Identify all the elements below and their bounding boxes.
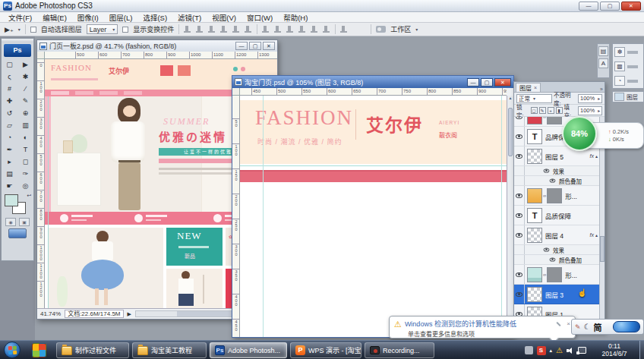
show-desktop-button[interactable] [639,341,644,359]
doc1-minimize-icon[interactable]: — [235,42,248,50]
fx-collapse-icon[interactable]: ▴ [595,153,598,159]
layer-mask-thumbnail[interactable] [547,267,562,282]
tool-button[interactable]: ▥ [17,119,33,131]
distribute-right-icon[interactable] [323,26,330,33]
quick-mask-button[interactable]: ◉ [5,218,16,226]
tool-button[interactable]: ▢ [2,58,17,71]
visibility-toggle[interactable] [514,127,525,146]
tool-button[interactable]: ς [2,71,17,83]
tool-button[interactable]: ◔ [2,131,17,143]
tool-button[interactable]: ✱ [17,71,33,83]
lock-transparent-icon[interactable]: ◻ [531,107,538,114]
layer-mask-thumbnail[interactable] [547,188,562,203]
visibility-toggle[interactable] [514,176,525,185]
tool-button[interactable]: ↺ [2,107,17,119]
tool-button[interactable]: ▸ [2,156,17,168]
pinned-app-icon[interactable] [32,343,46,357]
notification-balloon[interactable]: ⚠ Windows 检测到您的计算机性能降低 × 单击查看更多信息和选项 [389,316,576,339]
visibility-toggle[interactable] [514,285,525,304]
performance-ball[interactable]: 84% [562,116,597,151]
visibility-toggle[interactable] [514,117,525,126]
ime-simplified-toggle[interactable]: 简 [594,321,602,333]
tool-button[interactable]: ◎ [17,180,33,192]
notification-title[interactable]: Windows 检测到您的计算机性能降低 [405,319,516,329]
scrollbar-thumb[interactable] [508,108,513,156]
notification-close-icon[interactable]: × [567,320,570,327]
tray-s-icon[interactable]: S [537,346,546,355]
doc2-maximize-icon[interactable]: ▢ [481,78,493,87]
distribute-left-icon[interactable] [298,26,306,33]
tool-button[interactable]: ▱ [2,119,17,131]
lock-pixels-icon[interactable]: ✎ [539,107,546,114]
menu-item[interactable]: 文件(F) [3,12,37,23]
tool-button[interactable]: ◻ [17,156,33,168]
status-arrow-icon[interactable]: ▶ [128,311,131,317]
ime-fullhalf-icon[interactable]: ☾ [584,323,591,331]
distribute-middle-icon[interactable] [274,26,282,33]
visibility-toggle[interactable] [514,206,525,225]
tool-button[interactable]: T [17,143,33,156]
distribute-center-icon[interactable] [311,26,318,33]
visibility-toggle[interactable] [514,225,525,244]
tool-button[interactable]: ✑ [17,168,33,180]
brushes-panel-icon[interactable]: ▤ [598,46,608,56]
opacity-field[interactable]: 100%▸ [578,94,602,103]
tray-warning-icon[interactable]: ⚠ [556,347,563,354]
layer-row[interactable]: ∞ 图层 3 fx ▴ ☝ [514,285,599,304]
auto-select-checkbox[interactable] [30,27,36,33]
distribute-bottom-icon[interactable] [286,26,294,33]
swap-colors-icon[interactable]: ↩ [27,193,31,199]
app-title-bar[interactable]: Ps Adobe Photoshop CS3 — ▢ ✕ [0,0,644,12]
tool-button[interactable]: ▤ [2,168,17,180]
notification-body[interactable]: 单击查看更多信息和选项 [408,329,570,338]
doc1-close-icon[interactable]: ✕ [263,42,275,50]
layer-thumbnail[interactable] [527,228,542,243]
visibility-toggle[interactable] [514,166,525,175]
layer-row[interactable]: ∞ 形... fx ▴ ☝ [514,265,599,285]
auto-align-icon[interactable] [340,26,348,33]
layer-thumbnail[interactable] [527,287,542,302]
standard-mode-button[interactable]: ▣ [19,218,30,226]
panel-menu-icon[interactable]: » [600,87,603,92]
align-left-icon[interactable] [184,26,191,33]
menu-item[interactable]: 编辑(E) [37,12,72,23]
tool-button[interactable]: ✒ [2,143,17,156]
tool-button[interactable]: ▶ [17,58,33,71]
doc2-close-icon[interactable]: ✕ [494,78,511,87]
layer-row[interactable]: ∞ 品质保障 fx ▴ ☝ [514,206,599,225]
volume-icon[interactable] [567,347,574,354]
fx-collapse-icon[interactable]: ▴ [595,232,598,238]
zoom-level[interactable]: 41.74% [40,310,61,317]
scroll-up-icon[interactable]: ▲ [507,96,513,100]
tool-button[interactable]: ∕ [17,83,33,95]
align-right-icon[interactable] [208,26,216,33]
workspace-caret-icon[interactable]: ▾ [415,27,418,32]
troubleshoot-icon[interactable] [557,321,561,326]
lock-position-icon[interactable]: + [548,107,554,114]
ime-brand-logo[interactable] [613,321,640,332]
toolbox-grip[interactable] [2,39,33,43]
distribute-top-icon[interactable] [262,26,270,33]
layer-thumbnail[interactable] [527,188,542,203]
align-middle-icon[interactable] [232,26,240,33]
tab-layers[interactable]: 图层 × [516,83,541,92]
layer-row[interactable]: ∞ 效果 fx ▴ ☝ [514,245,599,255]
show-hidden-icons[interactable]: ▴ [550,348,553,354]
layer-row[interactable]: ∞ 颜色叠加 fx ▴ ☝ [514,176,599,186]
network-icon[interactable] [578,347,586,354]
layer-mask-thumbnail[interactable] [547,117,562,124]
align-top-icon[interactable] [220,26,228,33]
tool-button[interactable]: # [2,83,17,95]
menu-item[interactable]: 图像(I) [72,12,104,23]
taskbar-button[interactable]: WPS 演示 - [淘宝... [290,342,361,358]
move-tool-icon[interactable]: ▶₊ [5,26,14,33]
layer-thumbnail[interactable] [527,129,542,144]
layer-thumbnail[interactable] [527,267,542,282]
tool-preset-caret-icon[interactable]: ▾ [18,27,21,32]
tool-button[interactable]: ◐ [17,131,33,143]
taskbar-button[interactable]: Adobe Photosh... [210,342,287,358]
color-panel-icon[interactable]: ✽ [614,47,625,57]
close-button[interactable]: ✕ [621,2,641,11]
taskbar-button[interactable]: 制作过程文件 [56,342,129,358]
doc1-maximize-icon[interactable]: ▢ [249,42,261,50]
